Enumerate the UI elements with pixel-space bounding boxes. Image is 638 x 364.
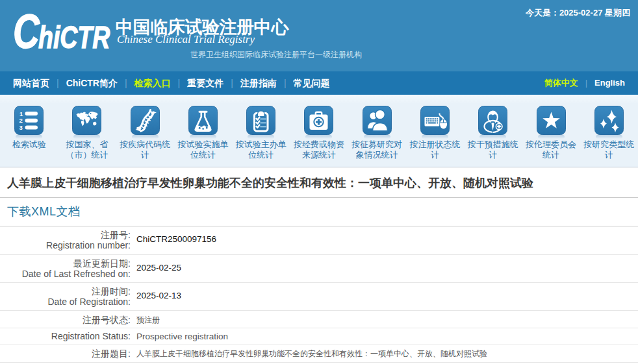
svg-text:3: 3: [19, 124, 23, 131]
svg-text:1: 1: [19, 110, 23, 117]
